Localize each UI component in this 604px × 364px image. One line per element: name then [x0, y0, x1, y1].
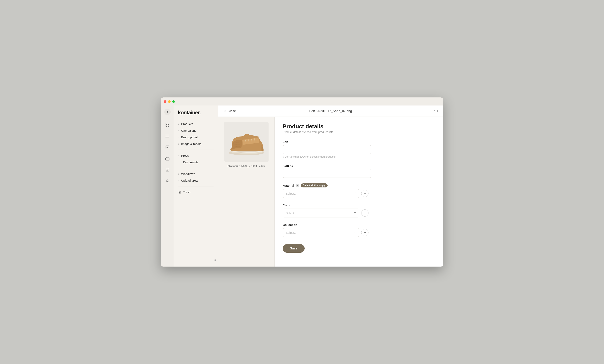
- ean-input[interactable]: [283, 145, 371, 154]
- sidebar-section-3: › Workflows › Upload area: [176, 170, 215, 184]
- close-label: Close: [228, 109, 236, 113]
- sidebar-item-label: Documents: [183, 160, 199, 164]
- close-button[interactable]: ✕ Close: [223, 109, 236, 113]
- svg-point-16: [167, 180, 168, 181]
- chevron-icon: ›: [178, 143, 179, 145]
- sidebar-item-documents[interactable]: Documents: [176, 159, 215, 166]
- chevron-icon: ›: [178, 129, 179, 132]
- svg-rect-11: [165, 158, 169, 160]
- pagination: 1/1: [434, 109, 438, 113]
- sidebar-item-trash[interactable]: 🗑 Trash: [176, 189, 215, 195]
- svg-rect-10: [166, 146, 169, 149]
- app-layout: kontainer. › Products › Campaigns › Bran…: [161, 106, 443, 267]
- image-panel: KD201017_Sand_07.png · 2 MB: [218, 117, 275, 267]
- edit-title: Edit KD201017_Sand_07.png: [309, 109, 352, 113]
- report-icon[interactable]: [164, 166, 171, 173]
- material-select-wrapper: Select...: [283, 189, 359, 198]
- sidebar-section-4: 🗑 Trash: [176, 189, 215, 195]
- list-icon[interactable]: [164, 133, 171, 140]
- sidebar-item-label: Products: [181, 122, 193, 126]
- material-field-group: Material i Select all that apply Select.…: [283, 183, 435, 198]
- product-image: [226, 124, 266, 160]
- edit-area: KD201017_Sand_07.png · 2 MB Product deta…: [218, 117, 443, 267]
- details-subtitle: Product details synced from product list…: [283, 131, 435, 134]
- svg-rect-2: [166, 125, 167, 126]
- briefcase-icon[interactable]: [164, 155, 171, 162]
- topbar: ✕ Close Edit KD201017_Sand_07.png 1/1: [218, 106, 443, 117]
- svg-point-19: [214, 260, 214, 261]
- user-icon[interactable]: [164, 178, 171, 185]
- ean-field-group: Ean ℹ Don't include EAN on discontinued …: [283, 140, 435, 158]
- color-select[interactable]: Select...: [283, 208, 359, 218]
- sidebar-item-label: Image & media: [181, 142, 201, 146]
- ean-hint: ℹ Don't include EAN on discontinued prod…: [283, 155, 435, 158]
- svg-rect-1: [168, 123, 169, 124]
- color-select-row: Select... +: [283, 208, 435, 218]
- collection-add-button[interactable]: +: [361, 229, 368, 236]
- collection-select[interactable]: Select...: [283, 228, 359, 237]
- sidebar-section-2: › Press Documents: [176, 152, 215, 166]
- back-button[interactable]: [164, 109, 171, 115]
- collection-field-group: Collection Select...: [283, 223, 435, 237]
- sidebar-section-1: › Products › Campaigns › Brand portal › …: [176, 121, 215, 147]
- material-info-icon[interactable]: i: [296, 184, 299, 187]
- sidebar-divider-3: [178, 186, 214, 186]
- trash-icon: 🗑: [178, 191, 181, 194]
- sidebar-item-label: Brand portal: [181, 135, 198, 139]
- item-no-field-group: Item no: [283, 164, 435, 178]
- titlebar-minimize-button[interactable]: [168, 100, 171, 103]
- collection-label: Collection: [283, 223, 435, 227]
- sidebar: kontainer. › Products › Campaigns › Bran…: [174, 106, 218, 267]
- collection-select-wrapper: Select...: [283, 228, 359, 237]
- svg-point-20: [215, 260, 216, 261]
- titlebar-maximize-button[interactable]: [172, 100, 175, 103]
- image-caption: KD201017_Sand_07.png · 2 MB: [227, 164, 265, 167]
- sidebar-item-label: Workflows: [181, 172, 195, 176]
- chevron-icon: ›: [178, 136, 179, 139]
- item-no-input[interactable]: [283, 169, 371, 178]
- titlebar-close-button[interactable]: [164, 100, 166, 103]
- chevron-icon: ›: [178, 154, 179, 157]
- info-icon: ℹ: [283, 155, 284, 158]
- color-field-group: Color Select...: [283, 204, 435, 218]
- grid-icon[interactable]: [164, 121, 171, 128]
- sidebar-item-products[interactable]: › Products: [176, 121, 215, 127]
- image-container: [224, 121, 269, 162]
- resize-handle[interactable]: [174, 258, 218, 263]
- x-icon: ✕: [223, 109, 226, 113]
- material-select-row: Select... +: [283, 189, 435, 198]
- details-title: Product details: [283, 123, 435, 130]
- icon-rail: [161, 106, 174, 267]
- color-select-wrapper: Select...: [283, 208, 359, 218]
- collection-select-row: Select... +: [283, 228, 435, 237]
- sidebar-item-label: Trash: [183, 191, 190, 194]
- chevron-icon: ›: [178, 123, 179, 125]
- material-badge: Select all that apply: [301, 183, 327, 187]
- sidebar-divider-2: [178, 168, 214, 168]
- main-content: ✕ Close Edit KD201017_Sand_07.png 1/1: [218, 106, 443, 267]
- svg-point-18: [215, 259, 216, 260]
- ean-label: Ean: [283, 140, 435, 144]
- chevron-icon: ›: [178, 179, 179, 182]
- sidebar-item-image-media[interactable]: › Image & media: [176, 141, 215, 147]
- chevron-icon: ›: [178, 172, 179, 175]
- sidebar-item-workflows[interactable]: › Workflows: [176, 170, 215, 177]
- svg-point-17: [214, 259, 214, 260]
- sidebar-item-label: Press: [181, 154, 189, 157]
- sidebar-item-upload-area[interactable]: › Upload area: [176, 177, 215, 184]
- details-panel: Product details Product details synced f…: [275, 117, 443, 267]
- color-add-button[interactable]: +: [361, 209, 368, 217]
- sidebar-item-brand-portal[interactable]: › Brand portal: [176, 134, 215, 141]
- check-icon[interactable]: [164, 144, 171, 151]
- svg-rect-3: [168, 125, 169, 126]
- sidebar-nav: › Products › Campaigns › Brand portal › …: [174, 121, 218, 258]
- material-label: Material i Select all that apply: [283, 183, 435, 187]
- logo: kontainer.: [174, 109, 218, 121]
- sidebar-item-campaigns[interactable]: › Campaigns: [176, 127, 215, 134]
- titlebar: [161, 97, 443, 106]
- material-select[interactable]: Select...: [283, 189, 359, 198]
- svg-rect-0: [166, 123, 167, 124]
- sidebar-item-press[interactable]: › Press: [176, 152, 215, 159]
- save-button[interactable]: Save: [283, 244, 305, 253]
- material-add-button[interactable]: +: [361, 190, 368, 197]
